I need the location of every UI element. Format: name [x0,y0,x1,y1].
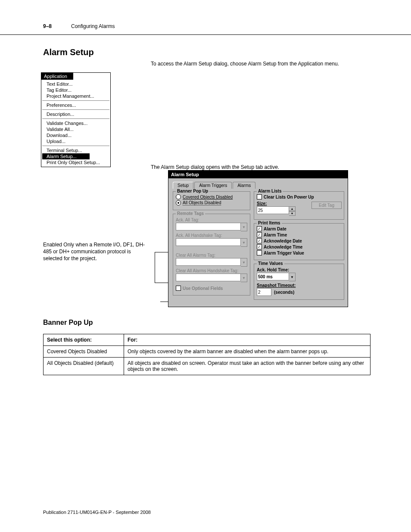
application-menu-title[interactable]: Application [41,73,73,80]
alarm-setup-dialog: Alarm Setup Setup Alarm Triggers Alarms … [168,170,348,307]
callout-line [155,252,169,252]
chevron-down-icon[interactable]: ▼ [241,223,247,231]
heading-alarm-setup: Alarm Setup [43,47,94,57]
fieldset-banner-popup: Banner Pop Up Covered Objects Disabled A… [173,191,250,210]
footer-publication: Publication 2711-UM014G-EN-P - September… [43,510,151,515]
menu-item[interactable]: Description... [42,111,109,117]
table-header-for: For: [124,334,371,346]
menu-item[interactable]: Validate Changes... [42,120,109,126]
input-snapshot-timeout[interactable] [257,288,271,296]
dialog-intro-paragraph: The Alarm Setup dialog opens with the Se… [151,164,366,171]
tab-alarms[interactable]: Alarms [233,182,255,189]
input-clear-all-alarms-tag[interactable] [176,258,241,266]
label-size: Size: [257,201,341,206]
callout-remote-tags: Enabled Only when a Remote I/O, DF1, DH-… [43,241,151,262]
fieldset-time-values: Time Values Ack. Hold Time: ▼ Snapshot T… [254,264,344,300]
label-ack-hold-time: Ack. Hold Time: [257,268,341,272]
checkbox-alarm-time[interactable]: Alarm Time [257,232,341,237]
chevron-down-icon[interactable]: ▼ [241,238,247,247]
banner-popup-options-table: Select this option: For: Covered Objects… [43,334,371,375]
label-clear-all-alarms-tag: Clear All Alarms Tag: [176,253,247,258]
input-ack-hold-time[interactable] [257,273,289,280]
label-ack-all-tag: Ack. All Tag: [176,218,247,222]
table-row: All Objects Disabled (default)All object… [44,358,371,375]
checkbox-alarm-trigger-value[interactable]: Alarm Trigger Value [257,250,341,255]
spinner-down-icon[interactable]: ▼ [289,211,296,216]
radio-all-objects-disabled[interactable]: All Objects Disabled [176,200,247,205]
callout-line [155,283,169,283]
heading-banner-pop-up: Banner Pop Up [43,319,93,327]
menu-item[interactable]: Text Editor... [42,81,109,87]
input-clear-all-alarms-handshake-tag[interactable] [176,274,241,281]
legend-print-items: Print Items [257,221,282,225]
spinner-up-icon[interactable]: ▲ [289,206,296,211]
tab-setup[interactable]: Setup [173,182,193,189]
chevron-down-icon[interactable]: ▼ [241,258,247,267]
dialog-title: Alarm Setup [168,171,348,178]
input-ack-all-handshake-tag[interactable] [176,238,241,246]
menu-item[interactable]: Validate All... [42,126,109,132]
menu-item[interactable]: Print Only Object Setup... [42,159,109,165]
menu-item[interactable]: Download... [42,132,109,138]
menu-item[interactable]: Alarm Setup... [42,153,90,159]
section-title: Configuring Alarms [71,23,115,29]
checkbox-use-optional-fields[interactable]: Use Optional Fields [176,286,247,291]
menu-item[interactable]: Terminal Setup... [42,147,109,153]
legend-time-values: Time Values [257,261,284,266]
label-clear-all-alarms-handshake-tag: Clear All Alarms Handshake Tag: [176,268,247,273]
chevron-down-icon[interactable]: ▼ [241,274,247,282]
menu-item[interactable]: Tag Editor... [42,87,109,93]
legend-remote-tags: Remote Tags [176,211,205,216]
application-menu: Application Text Editor...Tag Editor...P… [41,72,111,167]
select-ack-hold-time[interactable]: ▼ [257,273,296,281]
menu-item[interactable]: Project Management... [42,93,109,99]
checkbox-acknowledge-time[interactable]: Acknowledge Time [257,244,341,249]
input-size[interactable] [257,206,289,214]
radio-covered-objects-disabled[interactable]: Covered Objects Disabled [176,194,247,199]
fieldset-alarm-lists: Alarm Lists Clear Lists On Power Up Size… [254,191,344,220]
table-row: Covered Objects DisabledOnly objects cov… [44,346,371,358]
checkbox-acknowledge-date[interactable]: Acknowledge Date [257,238,341,243]
label-ack-all-handshake-tag: Ack. All Handshake Tag: [176,233,247,238]
fieldset-print-items: Print Items Alarm Date Alarm Time Acknow… [254,223,344,260]
legend-banner-popup: Banner Pop Up [176,189,209,193]
intro-paragraph: To access the Alarm Setup dialog, choose… [151,60,366,67]
section-number: 9–8 [43,23,52,29]
label-seconds: (seconds) [274,290,294,295]
label-snapshot-timeout: Snapshot Timeout: [257,283,341,288]
input-ack-all-tag[interactable] [176,223,241,230]
menu-item[interactable]: Preferences... [42,102,109,108]
menu-item[interactable]: Upload... [42,138,109,144]
checkbox-alarm-date[interactable]: Alarm Date [257,226,341,231]
table-header-option: Select this option: [44,334,124,346]
checkbox-clear-lists-on-power-up[interactable]: Clear Lists On Power Up [257,194,341,199]
callout-line [155,252,155,283]
tab-alarm-triggers[interactable]: Alarm Triggers [194,182,232,189]
spinner-size[interactable]: ▲▼ [257,206,296,216]
fieldset-remote-tags: Remote Tags Ack. All Tag: ▼ Ack. All Han… [173,214,250,296]
chevron-down-icon[interactable]: ▼ [289,273,296,281]
legend-alarm-lists: Alarm Lists [257,189,283,193]
